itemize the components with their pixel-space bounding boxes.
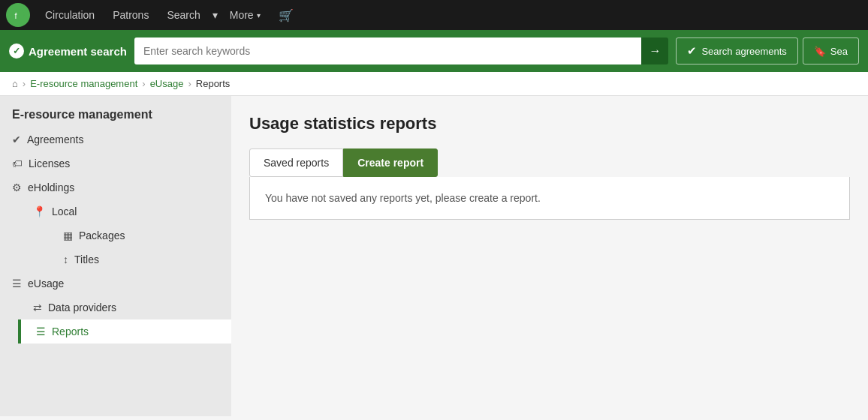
cart-icon: 🛒 — [279, 8, 294, 22]
app-logo[interactable]: f — [6, 3, 30, 27]
search-go-button[interactable]: → — [641, 38, 668, 64]
top-navigation: f Circulation Patrons Search ▾ More ▾ 🛒 — [0, 0, 868, 30]
sidebar-item-agreements[interactable]: ✔ Agreements — [0, 128, 231, 152]
nav-item-patrons[interactable]: Patrons — [104, 0, 158, 30]
search-label-button[interactable]: 🔖 Sea — [803, 38, 859, 64]
sidebar-item-data-providers[interactable]: ⇄ Data providers — [18, 296, 231, 320]
breadcrumb: ⌂ › E-resource management › eUsage › Rep… — [0, 72, 868, 96]
breadcrumb-separator-2: › — [142, 78, 145, 89]
arrow-right-icon: → — [649, 44, 661, 58]
sidebar-item-eusage[interactable]: ☰ eUsage — [0, 272, 231, 296]
breadcrumb-reports: Reports — [196, 78, 231, 89]
home-icon[interactable]: ⌂ — [12, 78, 18, 89]
search-input[interactable] — [134, 38, 642, 64]
search-input-wrapper: → — [134, 38, 669, 64]
nav-item-more[interactable]: More ▾ — [221, 0, 270, 30]
sidebar-item-titles[interactable]: ↕ Titles — [36, 248, 231, 272]
data-providers-icon: ⇄ — [33, 302, 42, 314]
titles-icon: ↕ — [63, 254, 68, 266]
sidebar-item-reports[interactable]: ☰ Reports — [18, 320, 231, 344]
main-content: Usage statistics reports Saved reports C… — [231, 96, 868, 416]
packages-icon: ▦ — [63, 230, 73, 242]
breadcrumb-eusage[interactable]: eUsage — [150, 78, 184, 89]
search-bar-label: ✓ Agreement search — [9, 44, 127, 58]
main-layout: E-resource management ✔ Agreements 🏷 Lic… — [0, 96, 868, 416]
sidebar-section-title: E-resource management — [0, 96, 231, 128]
tab-content-area: You have not saved any reports yet, plea… — [249, 177, 850, 220]
tag-icon: 🏷 — [12, 158, 23, 170]
tabs-container: Saved reports Create report — [249, 148, 850, 177]
tab-saved-reports[interactable]: Saved reports — [249, 148, 343, 177]
sidebar-local-group: 📍 Local ▦ Packages ↕ Titles — [0, 200, 231, 272]
nav-dropdown-arrow[interactable]: ▾ — [209, 0, 221, 30]
search-agreements-icon: ✔ — [687, 44, 697, 58]
chevron-down-icon: ▾ — [212, 9, 218, 21]
empty-message: You have not saved any reports yet, plea… — [265, 192, 541, 204]
sidebar-item-eholdings[interactable]: ⚙ eHoldings — [0, 176, 231, 200]
settings-icon: ⚙ — [12, 182, 22, 194]
breadcrumb-eresource[interactable]: E-resource management — [30, 78, 137, 89]
sidebar-item-packages[interactable]: ▦ Packages — [36, 224, 231, 248]
nav-item-circulation[interactable]: Circulation — [36, 0, 104, 30]
tag-icon: 🔖 — [814, 46, 826, 57]
sidebar-packages-group: ▦ Packages ↕ Titles — [18, 224, 231, 272]
sidebar-item-local[interactable]: 📍 Local — [18, 200, 231, 224]
nav-item-search[interactable]: Search — [158, 0, 209, 30]
location-icon: 📍 — [33, 206, 46, 218]
page-title: Usage statistics reports — [249, 114, 850, 134]
sidebar: E-resource management ✔ Agreements 🏷 Lic… — [0, 96, 231, 416]
more-chevron-icon: ▾ — [257, 11, 261, 20]
tab-create-report[interactable]: Create report — [343, 148, 438, 177]
reports-icon: ☰ — [36, 326, 46, 338]
svg-point-0 — [12, 9, 24, 21]
sidebar-eusage-group: ⇄ Data providers ☰ Reports — [0, 296, 231, 344]
nav-cart-button[interactable]: 🛒 — [270, 0, 303, 30]
check-circle-icon: ✓ — [9, 44, 24, 58]
check-circle-icon: ✔ — [12, 134, 21, 146]
agreement-search-bar: ✓ Agreement search → ✔ Search agreements… — [0, 30, 868, 72]
eusage-icon: ☰ — [12, 278, 22, 290]
sidebar-item-licenses[interactable]: 🏷 Licenses — [0, 152, 231, 176]
breadcrumb-separator-3: › — [188, 78, 191, 89]
search-agreements-button[interactable]: ✔ Search agreements — [676, 38, 797, 64]
breadcrumb-separator-1: › — [23, 78, 26, 89]
